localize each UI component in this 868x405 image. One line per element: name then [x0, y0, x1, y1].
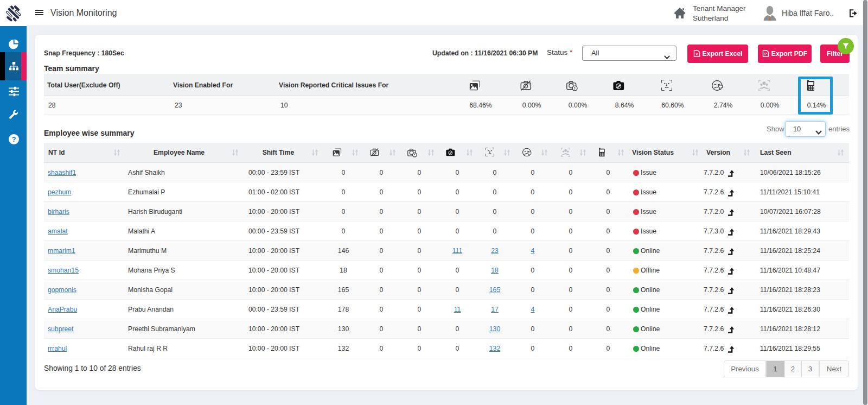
- svg-text:?: ?: [11, 136, 16, 143]
- svg-text:x: x: [695, 52, 698, 56]
- svg-text:P: P: [764, 52, 767, 56]
